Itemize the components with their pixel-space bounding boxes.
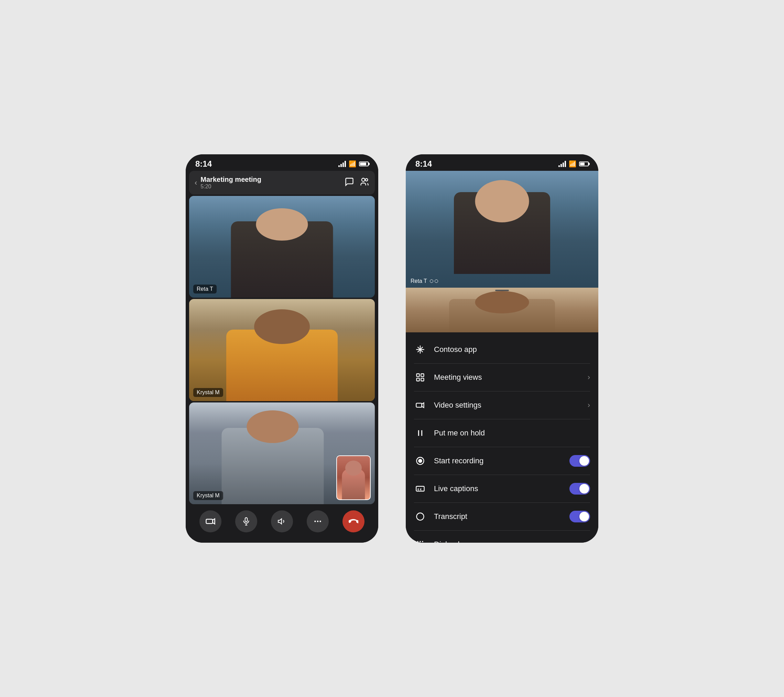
transcript-icon xyxy=(414,510,427,523)
svg-rect-18 xyxy=(421,378,423,381)
participants-icon[interactable] xyxy=(360,177,369,189)
video-top: Reta T xyxy=(406,171,598,288)
svg-point-9 xyxy=(320,521,321,522)
transcript-toggle[interactable] xyxy=(570,511,590,523)
right-status-icons: 📶 xyxy=(558,160,589,168)
menu-panel: Contoso app Meeting views › Video settin… xyxy=(406,332,598,542)
meeting-info: Marketing meeting 5:20 xyxy=(201,176,341,190)
svg-point-0 xyxy=(362,178,365,181)
chat-icon[interactable] xyxy=(344,177,354,189)
meeting-header[interactable]: ‹ Marketing meeting 5:20 xyxy=(189,171,375,194)
menu-item-meeting-views[interactable]: Meeting views › xyxy=(406,363,598,391)
dialpad-icon xyxy=(414,538,427,542)
menu-label-dialpad: Dialpad xyxy=(434,540,590,542)
left-status-bar: 8:14 📶 xyxy=(186,155,378,171)
chevron-right-1: › xyxy=(588,373,590,382)
menu-item-dialpad[interactable]: Dialpad xyxy=(406,531,598,542)
svg-rect-24 xyxy=(416,486,424,491)
cc-icon xyxy=(414,483,427,495)
signal-icon xyxy=(338,161,346,167)
menu-item-contoso[interactable]: Contoso app xyxy=(406,336,598,363)
grid-icon xyxy=(414,371,427,383)
captions-toggle[interactable] xyxy=(570,483,590,495)
header-icons xyxy=(344,177,369,189)
drag-handle[interactable] xyxy=(495,290,509,291)
menu-item-recording[interactable]: Start recording xyxy=(406,447,598,475)
record-icon xyxy=(414,455,427,467)
video-top-label: Reta T xyxy=(410,278,438,284)
video-bottom-small xyxy=(406,288,598,332)
svg-point-8 xyxy=(317,521,318,522)
right-phone: 8:14 📶 Reta T xyxy=(406,155,598,542)
pause-icon xyxy=(414,427,427,439)
left-time: 8:14 xyxy=(195,159,212,169)
menu-label-transcript: Transcript xyxy=(434,512,562,521)
menu-label-recording: Start recording xyxy=(434,456,562,465)
video-tile-3: Krystal M xyxy=(189,403,375,504)
right-signal-icon xyxy=(558,161,566,167)
participant-label-1: Reta T xyxy=(193,284,217,294)
video-tile-2: Krystal M xyxy=(189,299,375,401)
menu-item-transcript[interactable]: Transcript xyxy=(406,503,598,530)
right-wifi-icon: 📶 xyxy=(569,160,576,168)
svg-marker-6 xyxy=(278,519,282,524)
menu-item-video-settings[interactable]: Video settings › xyxy=(406,391,598,419)
svg-point-7 xyxy=(314,521,316,522)
video-icon xyxy=(414,399,427,411)
participant-label-2: Krystal M xyxy=(193,388,223,397)
svg-point-28 xyxy=(422,541,423,542)
svg-point-1 xyxy=(365,178,367,181)
battery-icon xyxy=(359,161,369,166)
video-button[interactable] xyxy=(199,510,221,533)
menu-label-meeting-views: Meeting views xyxy=(434,373,580,382)
right-battery-icon xyxy=(579,161,589,166)
video-tile-1: Reta T xyxy=(189,196,375,298)
back-button[interactable]: ‹ xyxy=(194,178,197,187)
svg-point-26 xyxy=(417,541,418,542)
end-call-button[interactable] xyxy=(343,510,364,533)
svg-rect-17 xyxy=(417,378,420,381)
svg-rect-2 xyxy=(206,519,213,524)
svg-point-23 xyxy=(418,459,422,462)
video-grid: Reta T Krystal M Krystal M xyxy=(186,196,378,504)
video-dots xyxy=(430,279,438,283)
meeting-title: Marketing meeting xyxy=(201,176,341,184)
right-time: 8:14 xyxy=(415,159,432,169)
participant-label-3: Krystal M xyxy=(193,491,223,500)
more-button[interactable] xyxy=(307,510,329,533)
right-status-bar: 8:14 📶 xyxy=(406,155,598,171)
meeting-duration: 5:20 xyxy=(201,184,341,190)
mic-button[interactable] xyxy=(235,510,257,533)
menu-label-hold: Put me on hold xyxy=(434,429,590,437)
wifi-icon: 📶 xyxy=(349,160,356,168)
svg-rect-15 xyxy=(417,374,420,377)
svg-rect-19 xyxy=(416,403,422,407)
svg-rect-16 xyxy=(421,374,423,377)
snowflake-icon xyxy=(414,344,427,356)
left-phone: 8:14 📶 ‹ Marketing meeting 5:20 xyxy=(186,155,378,542)
bottom-controls xyxy=(186,504,378,542)
menu-label-video-settings: Video settings xyxy=(434,401,580,410)
svg-rect-3 xyxy=(245,518,247,522)
chevron-right-2: › xyxy=(588,401,590,410)
speaker-button[interactable] xyxy=(271,510,293,533)
left-status-icons: 📶 xyxy=(338,160,369,168)
menu-label-contoso: Contoso app xyxy=(434,345,590,354)
svg-point-27 xyxy=(420,541,421,542)
recording-toggle[interactable] xyxy=(570,455,590,467)
self-view xyxy=(336,455,371,500)
menu-item-hold[interactable]: Put me on hold xyxy=(406,419,598,447)
menu-item-captions[interactable]: Live captions xyxy=(406,475,598,503)
menu-label-captions: Live captions xyxy=(434,484,562,493)
svg-point-25 xyxy=(417,513,424,520)
